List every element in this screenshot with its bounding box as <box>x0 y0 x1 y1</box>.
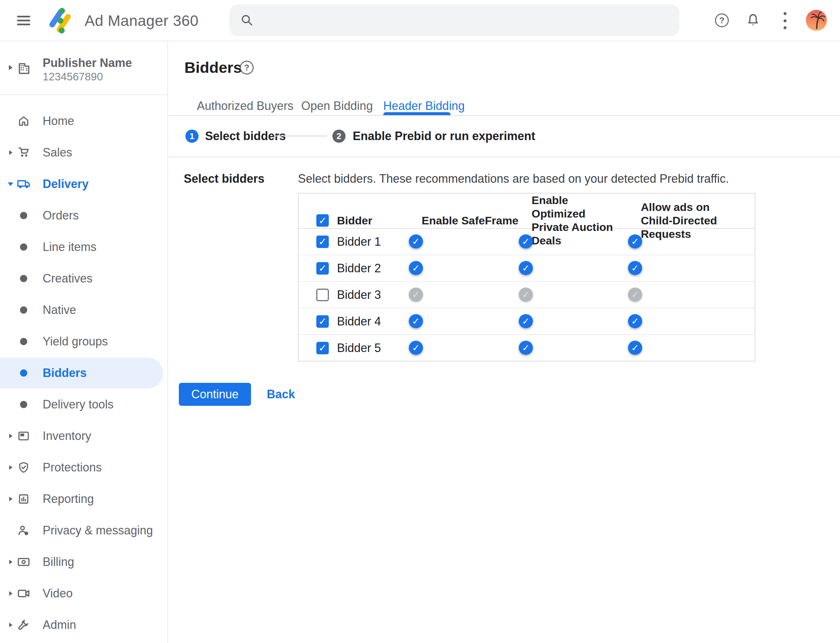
sidebar-item-line-items[interactable]: Line items <box>0 231 168 263</box>
bullet-icon <box>20 369 27 377</box>
search-bar[interactable] <box>229 4 679 36</box>
bidder-name: Bidder 5 <box>337 341 381 355</box>
app-title: Ad Manager 360 <box>85 0 199 41</box>
row-checkbox[interactable] <box>316 315 329 328</box>
step-2-label: Enable Prebid or run experiment <box>353 129 535 143</box>
videocam-icon <box>16 586 31 601</box>
bidders-table: Bidder Enable SafeFrame Enable Optimized… <box>298 193 755 362</box>
chevron-right-icon <box>9 497 13 501</box>
bidder-name: Bidder 3 <box>337 288 381 302</box>
bullet-icon <box>20 338 27 345</box>
sidebar-item-protections[interactable]: Protections <box>0 452 168 483</box>
sidebar-item-sales[interactable]: Sales <box>0 137 168 168</box>
bullet-icon <box>20 243 27 251</box>
banknote-icon <box>16 555 31 569</box>
home-icon <box>16 114 31 128</box>
cart-icon <box>16 145 31 160</box>
ad-unit-icon <box>16 429 31 443</box>
divider <box>168 115 840 116</box>
page-title: Bidders <box>185 59 242 77</box>
search-input[interactable] <box>262 4 669 36</box>
sidebar-item-billing[interactable]: Billing <box>0 546 168 578</box>
bullet-icon <box>20 275 27 282</box>
sidebar-item-inventory[interactable]: Inventory <box>0 420 168 452</box>
sidebar-item-delivery-tools[interactable]: Delivery tools <box>0 389 168 420</box>
avatar[interactable] <box>806 10 827 31</box>
more-vert-icon[interactable] <box>781 12 788 29</box>
wrench-icon <box>16 618 31 632</box>
palm-tree-icon <box>806 10 827 31</box>
top-bar: Ad Manager 360 ? <box>0 0 840 41</box>
sidebar-item-admin[interactable]: Admin <box>0 609 168 641</box>
sidebar: Publisher Name 1234567890 Home Sales <box>0 41 168 643</box>
table-row: Bidder 4 <box>299 308 755 334</box>
truck-icon <box>16 177 31 191</box>
section-label: Select bidders <box>184 172 265 186</box>
ad-manager-logo-icon <box>47 8 73 34</box>
building-icon <box>16 61 31 75</box>
sidebar-item-yield-groups[interactable]: Yield groups <box>0 326 168 357</box>
table-row: Bidder 1 <box>299 228 755 255</box>
row-checkbox[interactable] <box>316 342 329 354</box>
row-checkbox[interactable] <box>316 262 329 274</box>
chevron-right-icon <box>9 591 13 596</box>
chevron-right-icon <box>9 623 13 627</box>
chevron-right-icon <box>9 434 13 438</box>
continue-button[interactable]: Continue <box>179 383 251 406</box>
person-privacy-icon <box>16 523 31 538</box>
notifications-icon[interactable] <box>745 13 761 28</box>
table-row: Bidder 2 <box>299 255 755 281</box>
bullet-icon <box>20 401 27 408</box>
select-all-checkbox[interactable] <box>316 214 329 227</box>
sidebar-item-orders[interactable]: Orders <box>0 200 168 231</box>
chevron-right-icon <box>9 150 13 155</box>
ad-manager-app: Ad Manager 360 ? <box>0 0 840 643</box>
section-description: Select bidders. These recommendations ar… <box>298 172 729 186</box>
publisher-id: 1234567890 <box>42 70 103 83</box>
step-1-badge: 1 <box>185 130 199 143</box>
bidder-name: Bidder 1 <box>337 235 381 249</box>
sidebar-item-bidders[interactable]: Bidders <box>0 357 168 389</box>
sidebar-item-privacy-messaging[interactable]: Privacy & messaging <box>0 515 168 546</box>
table-header-row: Bidder Enable SafeFrame Enable Optimized… <box>299 194 755 228</box>
step-2-badge: 2 <box>332 130 345 143</box>
sidebar-item-delivery[interactable]: Delivery <box>0 168 168 200</box>
page-help-icon[interactable]: ? <box>240 61 253 75</box>
row-checkbox[interactable] <box>316 235 329 248</box>
column-header-bidder: Bidder <box>337 214 373 227</box>
column-header-safeframe: Enable SafeFrame <box>422 214 531 227</box>
sidebar-item-video[interactable]: Video <box>0 578 168 609</box>
bidder-name: Bidder 2 <box>337 261 381 275</box>
shield-check-icon <box>16 460 31 475</box>
search-icon <box>240 13 254 27</box>
divider <box>168 157 840 157</box>
sidebar-item-reporting[interactable]: Reporting <box>0 483 168 515</box>
help-icon[interactable]: ? <box>715 13 729 27</box>
publisher-name[interactable]: Publisher Name <box>42 56 132 70</box>
sidebar-item-native[interactable]: Native <box>0 294 168 326</box>
divider <box>0 95 168 95</box>
back-link[interactable]: Back <box>267 387 295 401</box>
bullet-icon <box>20 212 27 219</box>
chevron-right-icon <box>9 465 13 470</box>
tab-open-bidding[interactable]: Open Bidding <box>301 97 373 115</box>
bullet-icon <box>20 307 27 313</box>
table-body: Bidder 1 Bidder 2 <box>299 228 755 361</box>
table-row: Bidder 5 <box>299 334 755 361</box>
chevron-down-icon <box>8 183 13 186</box>
bar-chart-icon <box>16 492 31 506</box>
menu-icon[interactable] <box>17 16 30 26</box>
bidder-name: Bidder 4 <box>337 315 381 328</box>
tab-authorized-buyers[interactable]: Authorized Buyers <box>197 97 293 115</box>
expand-publisher-icon[interactable] <box>9 65 13 70</box>
sidebar-item-home[interactable]: Home <box>0 105 168 137</box>
sidebar-item-creatives[interactable]: Creatives <box>0 263 168 294</box>
table-row: Bidder 3 <box>299 281 755 308</box>
step-connector <box>274 135 327 137</box>
row-checkbox[interactable] <box>316 289 329 301</box>
chevron-right-icon <box>9 560 13 564</box>
